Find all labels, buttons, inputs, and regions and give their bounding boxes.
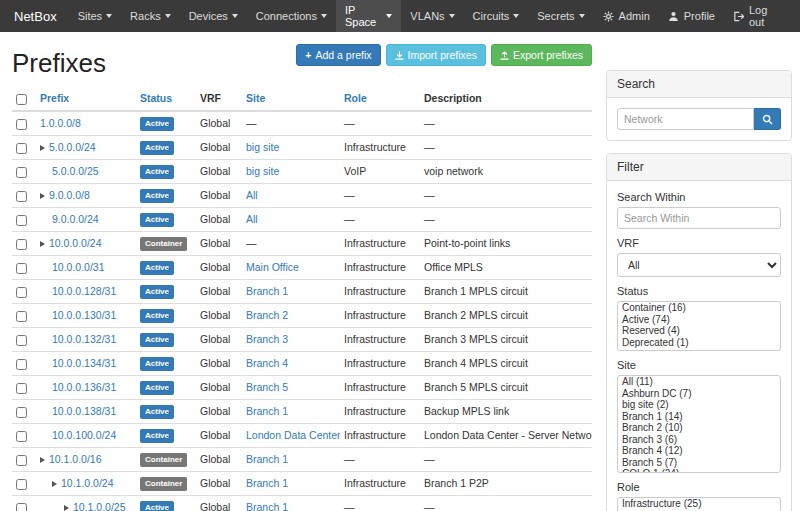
select-option[interactable]: Branch 3 (6) (618, 434, 780, 446)
prefix-link[interactable]: 10.1.0.0/16 (49, 453, 102, 465)
prefix-link[interactable]: 5.0.0.0/24 (49, 141, 96, 153)
expand-caret-icon[interactable] (40, 457, 45, 463)
nav-item-devices[interactable]: Devices (180, 0, 247, 32)
row-checkbox[interactable] (16, 263, 27, 274)
row-checkbox[interactable] (16, 143, 27, 154)
import-prefixes-button[interactable]: Import prefixes (386, 44, 486, 66)
row-checkbox[interactable] (16, 191, 27, 202)
select-option[interactable]: Ashburn DC (7) (618, 388, 780, 400)
site-link[interactable]: Branch 1 (246, 285, 288, 297)
select-option[interactable]: Branch 4 (12) (618, 445, 780, 457)
select-option[interactable]: Branch 2 (10) (618, 422, 780, 434)
site-link[interactable]: Main Office (246, 261, 299, 273)
select-option[interactable]: Branch 1 (14) (618, 411, 780, 423)
prefix-link[interactable]: 10.1.0.0/24 (61, 477, 114, 489)
vrf-filter-select[interactable]: All (617, 253, 781, 277)
prefix-link[interactable]: 5.0.0.0/25 (52, 165, 99, 177)
row-checkbox[interactable] (16, 215, 27, 226)
site-link[interactable]: Branch 1 (246, 405, 288, 417)
expand-caret-icon[interactable] (52, 481, 57, 487)
site-link[interactable]: All (246, 213, 258, 225)
row-checkbox[interactable] (16, 335, 27, 346)
search-input[interactable] (617, 108, 754, 130)
select-option[interactable]: Reserved (4) (618, 325, 780, 337)
prefix-link[interactable]: 10.0.0.136/31 (52, 381, 116, 393)
description-cell: Branch 1 P2P (420, 471, 592, 495)
row-checkbox[interactable] (16, 407, 27, 418)
nav-item-racks[interactable]: Racks (121, 0, 180, 32)
select-option[interactable]: Active (74) (618, 314, 780, 326)
select-option[interactable]: Container (16) (618, 302, 780, 314)
row-checkbox[interactable] (16, 431, 27, 442)
row-checkbox[interactable] (16, 239, 27, 250)
prefix-link[interactable]: 10.0.0.130/31 (52, 309, 116, 321)
role-filter-select[interactable]: Infrastructure (25)Management (8)Private… (617, 497, 781, 511)
search-within-input[interactable] (617, 207, 781, 229)
nav-item-admin[interactable]: Admin (594, 0, 659, 32)
select-option[interactable]: COLO 1 (24) (618, 468, 780, 473)
row-checkbox[interactable] (16, 167, 27, 178)
expand-caret-icon[interactable] (64, 505, 69, 511)
nav-item-vlans[interactable]: VLANs (401, 0, 463, 32)
site-link[interactable]: big site (246, 141, 279, 153)
expand-caret-icon[interactable] (40, 241, 45, 247)
select-all-checkbox[interactable] (16, 94, 27, 105)
vrf-cell: Global (196, 303, 242, 327)
column-header-prefix[interactable]: Prefix (36, 87, 136, 111)
prefix-link[interactable]: 9.0.0.0/24 (52, 213, 99, 225)
prefix-link[interactable]: 10.1.0.0/25 (73, 501, 126, 511)
gear-icon (603, 11, 614, 22)
site-link[interactable]: Branch 2 (246, 309, 288, 321)
nav-item-secrets[interactable]: Secrets (528, 0, 593, 32)
status-filter-select[interactable]: Container (16)Active (74)Reserved (4)Dep… (617, 301, 781, 351)
row-checkbox[interactable] (16, 119, 27, 130)
row-checkbox[interactable] (16, 455, 27, 466)
site-link[interactable]: Branch 3 (246, 333, 288, 345)
prefix-link[interactable]: 10.0.0.138/31 (52, 405, 116, 417)
nav-item-logout[interactable]: Log out (724, 0, 792, 32)
site-link[interactable]: Branch 4 (246, 357, 288, 369)
prefix-link[interactable]: 10.0.0.134/31 (52, 357, 116, 369)
row-checkbox[interactable] (16, 479, 27, 490)
select-option[interactable]: Branch 5 (7) (618, 457, 780, 469)
nav-item-sites[interactable]: Sites (69, 0, 121, 32)
prefix-link[interactable]: 1.0.0.0/8 (40, 117, 81, 129)
site-link[interactable]: Branch 5 (246, 381, 288, 393)
nav-item-connections[interactable]: Connections (247, 0, 336, 32)
column-header-site[interactable]: Site (242, 87, 340, 111)
site-link[interactable]: Branch 1 (246, 453, 288, 465)
site-link[interactable]: big site (246, 165, 279, 177)
select-option[interactable]: big site (2) (618, 399, 780, 411)
expand-caret-icon[interactable] (40, 193, 45, 199)
select-option[interactable]: All (11) (618, 376, 780, 388)
prefix-link[interactable]: 10.0.0.128/31 (52, 285, 116, 297)
nav-item-ip-space[interactable]: IP Space (336, 0, 401, 32)
row-checkbox[interactable] (16, 503, 27, 511)
row-checkbox[interactable] (16, 359, 27, 370)
nav-item-circuits[interactable]: Circuits (464, 0, 529, 32)
column-header-role[interactable]: Role (340, 87, 420, 111)
prefix-link[interactable]: 10.0.0.132/31 (52, 333, 116, 345)
row-checkbox[interactable] (16, 383, 27, 394)
select-option[interactable]: Infrastructure (25) (618, 498, 780, 510)
select-option[interactable]: Deprecated (1) (618, 337, 780, 349)
column-header-status[interactable]: Status (136, 87, 196, 111)
site-link[interactable]: Branch 1 (246, 477, 288, 489)
table-header-row: PrefixStatusVRFSiteRoleDescription (12, 87, 592, 111)
prefix-link[interactable]: 10.0.100.0/24 (52, 429, 116, 441)
expand-caret-icon[interactable] (40, 145, 45, 151)
add-prefix-button[interactable]: + Add a prefix (296, 44, 380, 66)
nav-item-profile[interactable]: Profile (659, 0, 724, 32)
row-checkbox[interactable] (16, 311, 27, 322)
prefix-link[interactable]: 10.0.0.0/24 (49, 237, 102, 249)
site-filter-select[interactable]: All (11)Ashburn DC (7)big site (2)Branch… (617, 375, 781, 473)
row-checkbox[interactable] (16, 287, 27, 298)
search-button[interactable] (754, 108, 781, 130)
site-link[interactable]: Branch 1 (246, 501, 288, 511)
app-logo[interactable]: NetBox (8, 0, 69, 32)
site-link[interactable]: London Data Center (246, 429, 340, 441)
site-link[interactable]: All (246, 189, 258, 201)
prefix-link[interactable]: 10.0.0.0/31 (52, 261, 105, 273)
export-prefixes-button[interactable]: Export prefixes (491, 44, 592, 66)
prefix-link[interactable]: 9.0.0.0/8 (49, 189, 90, 201)
